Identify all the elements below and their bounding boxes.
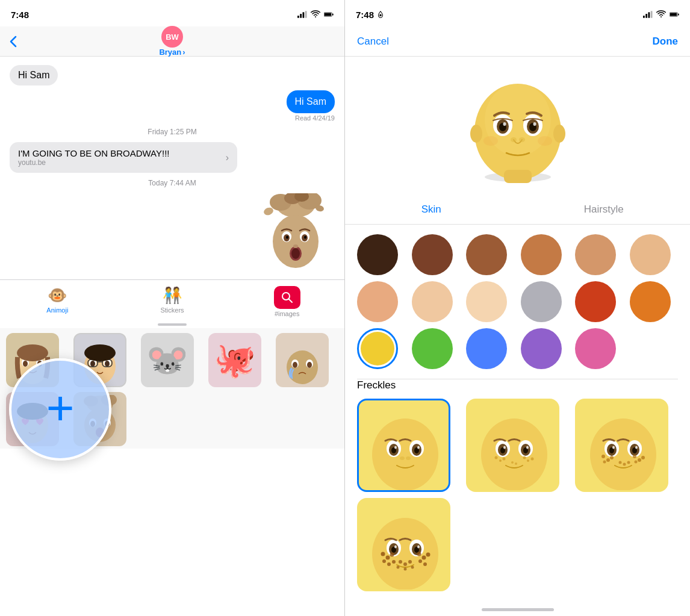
- svg-point-45: [307, 362, 312, 368]
- svg-point-20: [304, 236, 306, 239]
- freckles-row-2: [357, 498, 678, 594]
- svg-point-92: [400, 456, 405, 460]
- svg-point-146: [417, 552, 421, 556]
- color-swatch-9[interactable]: [521, 281, 562, 322]
- emoji-cell-2[interactable]: 🐭: [141, 333, 194, 387]
- left-time: 7:48: [11, 10, 31, 20]
- contact-info[interactable]: BW Bryan ›: [159, 26, 185, 57]
- memoji-cry: [278, 336, 326, 384]
- hairstyle-tab[interactable]: Hairstyle: [518, 200, 691, 219]
- done-button[interactable]: Done: [653, 36, 679, 48]
- editor-tab-bar: Skin Hairstyle: [345, 195, 690, 225]
- svg-point-80: [519, 137, 525, 142]
- svg-point-138: [394, 546, 397, 549]
- svg-rect-58: [643, 16, 645, 18]
- svg-point-101: [503, 446, 506, 449]
- freckle-option-none[interactable]: [357, 399, 450, 492]
- color-swatch-1[interactable]: [412, 234, 453, 275]
- stickers-tab-label: Stickers: [160, 306, 184, 314]
- freckle-face-svg-light: [468, 400, 559, 492]
- memoji-face-svg: [461, 69, 575, 183]
- animoji-tab[interactable]: 🐵 Animoji: [0, 280, 115, 321]
- back-chevron-icon: [10, 36, 17, 48]
- freckle-face-svg-medium: [577, 400, 668, 492]
- svg-point-128: [619, 461, 622, 464]
- svg-point-106: [523, 456, 526, 459]
- svg-point-119: [635, 446, 638, 449]
- left-status-icons: [297, 10, 334, 19]
- freckle-option-light[interactable]: [466, 399, 559, 492]
- color-swatch-0[interactable]: [357, 234, 398, 275]
- svg-point-77: [503, 122, 506, 126]
- plus-button[interactable]: +: [9, 358, 111, 461]
- svg-point-81: [483, 136, 498, 146]
- right-battery-icon: [670, 10, 679, 19]
- freckle-option-medium[interactable]: [575, 399, 668, 492]
- svg-rect-59: [645, 14, 647, 18]
- color-swatch-6[interactable]: [357, 281, 398, 322]
- svg-point-156: [411, 566, 414, 569]
- color-swatch-5[interactable]: [630, 234, 671, 275]
- skin-color-grid: [345, 225, 690, 379]
- svg-point-41: [287, 350, 318, 384]
- images-tab[interactable]: #images: [229, 280, 344, 321]
- right-status-bar: 7:48: [345, 0, 690, 26]
- stickers-tab[interactable]: 🧑‍🤝‍🧑 Stickers: [115, 280, 230, 321]
- stickers-tab-icon: 🧑‍🤝‍🧑: [163, 286, 182, 305]
- svg-point-57: [379, 14, 382, 17]
- svg-point-78: [533, 122, 536, 126]
- date-label-today: Today 7:44 AM: [10, 179, 335, 187]
- link-message[interactable]: I'M GOING TO BE ON BROADWAY!!! youtu.be …: [10, 142, 237, 173]
- signal-icon: [297, 10, 307, 19]
- color-swatch-selected-container[interactable]: [357, 328, 398, 369]
- color-swatch-16[interactable]: [575, 328, 616, 369]
- svg-point-83: [372, 418, 438, 491]
- svg-point-90: [394, 446, 397, 449]
- svg-point-126: [641, 456, 645, 459]
- color-swatch-7[interactable]: [412, 281, 453, 322]
- back-button[interactable]: [10, 36, 17, 48]
- svg-rect-60: [648, 12, 650, 17]
- color-swatch-12-selected: [361, 332, 394, 366]
- memoji-preview-area: [345, 57, 690, 195]
- svg-rect-5: [325, 13, 332, 16]
- svg-point-44: [293, 362, 297, 368]
- skin-tab[interactable]: Skin: [345, 200, 518, 219]
- svg-point-127: [635, 461, 638, 464]
- color-swatch-3[interactable]: [521, 234, 562, 275]
- animoji-message: [10, 193, 335, 274]
- svg-point-105: [503, 458, 506, 461]
- svg-point-121: [606, 458, 610, 462]
- search-icon: [280, 290, 294, 305]
- messages-nav-bar: BW Bryan ›: [0, 26, 344, 57]
- svg-point-107: [527, 459, 529, 462]
- svg-point-154: [397, 566, 400, 569]
- octopus-emoji: 🐙: [214, 343, 256, 377]
- emoji-cell-4[interactable]: [276, 333, 329, 387]
- freckle-option-heavy[interactable]: [357, 498, 450, 591]
- color-swatch-8[interactable]: [466, 281, 507, 322]
- color-swatch-4[interactable]: [575, 234, 616, 275]
- images-tab-label: #images: [275, 310, 300, 317]
- svg-point-149: [418, 559, 422, 563]
- received-text: Hi Sam: [18, 70, 49, 80]
- svg-point-143: [382, 559, 386, 563]
- color-swatch-11[interactable]: [630, 281, 671, 322]
- editor-nav-bar: Cancel Done: [345, 26, 690, 57]
- right-status-icons: [643, 10, 679, 19]
- memoji-editor-panel: 7:48: [345, 0, 690, 616]
- color-swatch-14[interactable]: [466, 328, 507, 369]
- svg-point-91: [417, 446, 420, 449]
- scroll-indicator: [0, 321, 344, 328]
- contact-name: Bryan ›: [159, 48, 185, 57]
- cancel-button[interactable]: Cancel: [357, 36, 389, 48]
- emoji-cell-3[interactable]: 🐙: [208, 333, 261, 387]
- color-swatch-15[interactable]: [521, 328, 562, 369]
- color-swatch-2[interactable]: [466, 234, 507, 275]
- color-swatch-10[interactable]: [575, 281, 616, 322]
- freckle-face-svg-none: [359, 400, 450, 492]
- svg-point-125: [638, 458, 641, 462]
- color-swatch-13[interactable]: [412, 328, 453, 369]
- link-title: I'M GOING TO BE ON BROADWAY!!!: [18, 148, 170, 158]
- animoji-tab-icon: 🐵: [48, 286, 67, 305]
